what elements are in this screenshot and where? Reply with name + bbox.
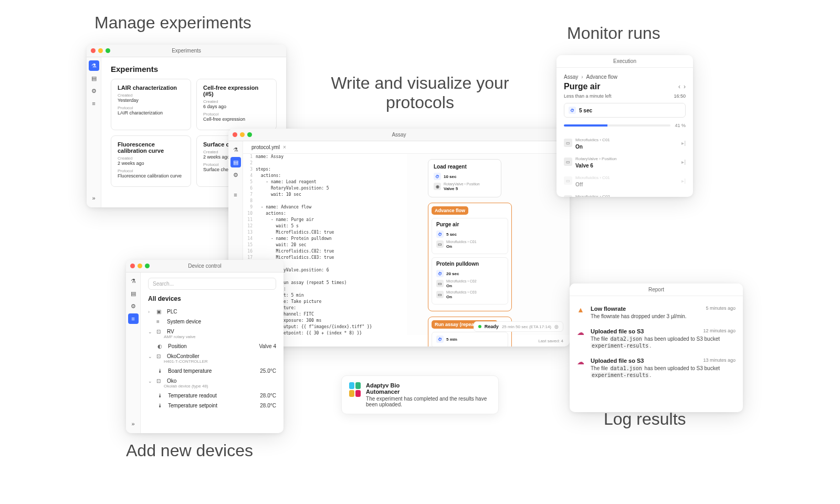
traffic-lights[interactable]: [91, 48, 110, 53]
gear-icon[interactable]: ⚙: [128, 301, 139, 311]
exec-item[interactable]: ▭ Microfluidics › C01Off ▸|: [564, 171, 686, 190]
device-name: System device: [167, 319, 276, 324]
collapse-icon[interactable]: »: [128, 418, 139, 429]
cloud-icon: ☁: [577, 358, 586, 379]
sliders-icon[interactable]: ≡: [128, 313, 139, 324]
skip-icon[interactable]: ▸|: [681, 197, 686, 197]
report-title: Report: [648, 287, 664, 292]
report-titlebar: Report: [570, 284, 743, 296]
crumb-assay[interactable]: Assay: [564, 74, 578, 80]
breadcrumb: Assay › Advance flow: [564, 74, 686, 80]
device-name: PLC: [167, 309, 276, 314]
device-prop-temp-read[interactable]: 🌡Temperature readout28.0°C: [145, 391, 279, 401]
gear-icon[interactable]: ⚙: [230, 170, 241, 180]
step-card-protein-pulldown[interactable]: Protein pulldown ⏱20 sec ▭Microfluidics …: [432, 257, 508, 304]
file-tab[interactable]: protocol.yml ×: [247, 142, 290, 152]
exec-item[interactable]: ▭ RotaryValve › PositionValve 6 ▸|: [564, 152, 686, 171]
device-name: RV: [167, 329, 276, 334]
group-advance-flow[interactable]: Advance flow Purge air ⏱5 sec ▭Microflui…: [428, 203, 512, 311]
device-subtitle: H401-T-CONTROLLER: [164, 359, 279, 364]
close-icon[interactable]: ×: [283, 144, 286, 150]
device-subtitle: Okolab device (type 48): [164, 384, 279, 388]
skip-icon[interactable]: ▸|: [681, 140, 686, 146]
prop-value: Valve 4: [259, 343, 276, 349]
created-label: Created: [118, 93, 184, 98]
valve-icon: ▭: [436, 291, 444, 298]
assay-titlebar: Assay: [228, 129, 570, 141]
exec-item[interactable]: ▭ Microfluidics › C01On ▸|: [564, 133, 686, 152]
assay-title: Assay: [392, 132, 406, 138]
flask-icon[interactable]: ⚗: [89, 60, 99, 71]
target-icon[interactable]: ◎: [554, 324, 559, 329]
chip-icon[interactable]: ▤: [230, 157, 241, 167]
prev-step-icon[interactable]: ‹: [678, 83, 680, 90]
group-title: Advance flow: [432, 206, 468, 215]
sliders-icon[interactable]: ≡: [230, 190, 241, 200]
timer-icon: ⏱: [434, 173, 441, 180]
device-row-plc[interactable]: ›▣PLC: [145, 307, 279, 317]
experiment-card[interactable]: Fluorescence calibration curve Created 2…: [111, 135, 191, 187]
created-value: 2 weeks ago: [118, 161, 184, 166]
slack-bot: Automancer: [366, 388, 491, 395]
device-row-system[interactable]: ≡System device: [145, 317, 279, 327]
chip-icon[interactable]: ▤: [89, 73, 99, 83]
channel-label: Microfluidics › C01: [446, 240, 477, 244]
flask-icon[interactable]: ⚗: [128, 276, 139, 286]
skip-icon[interactable]: ▸|: [681, 159, 686, 165]
protocol-value: LAIR characterization: [118, 110, 184, 116]
heading-protocols: Write and visualize your protocols: [331, 74, 509, 112]
experiment-card[interactable]: LAIR characterization Created Yesterday …: [111, 79, 191, 130]
timer-icon: ⏱: [436, 230, 444, 238]
heading-log: Log results: [604, 410, 686, 429]
current-step-title: Purge air: [564, 82, 600, 91]
flask-icon[interactable]: ⚗: [230, 144, 241, 155]
device-icon: ⊡: [156, 329, 164, 334]
step-card-purge-air[interactable]: Purge air ⏱5 sec ▭Microfluidics › C01On: [432, 218, 508, 254]
status-dot-icon: [478, 325, 481, 328]
exec-item[interactable]: ▭ Microfluidics › C02Off ▸|: [564, 190, 686, 197]
report-window: Report ▲ Low flowrate5 minutes ago The f…: [570, 284, 743, 412]
report-item[interactable]: ▲ Low flowrate5 minutes ago The flowrate…: [577, 301, 736, 324]
tab-label: protocol.yml: [251, 144, 280, 150]
gear-icon[interactable]: ⚙: [89, 86, 99, 96]
experiments-title: Experiments: [172, 48, 201, 54]
step-title: Protein pulldown: [436, 261, 503, 267]
thermometer-icon: 🌡: [158, 403, 165, 408]
experiment-name: LAIR characterization: [118, 85, 184, 91]
skip-icon[interactable]: ▸|: [681, 178, 686, 184]
warn-icon: ▲: [577, 306, 586, 320]
experiment-card[interactable]: Cell-free expression (#5) Created 6 days…: [196, 79, 277, 130]
devices-heading: All devices: [148, 295, 276, 302]
report-item[interactable]: ☁ Uploaded file so S312 minutes ago The …: [577, 324, 736, 353]
valve-icon: ▭: [436, 240, 444, 248]
protocol-viz[interactable]: Load reagent ⏱10 sec ◉RotaryValve › Posi…: [407, 154, 570, 335]
timer-icon: ⏱: [569, 107, 576, 114]
heading-devices: Add new devices: [126, 441, 253, 460]
device-icon: ▭: [564, 139, 572, 147]
step-card-wait[interactable]: ⏱5 min: [432, 332, 508, 346]
traffic-lights[interactable]: [233, 132, 252, 137]
search-input[interactable]: Search...: [148, 278, 276, 290]
crumb-flow[interactable]: Advance flow: [586, 74, 617, 80]
step-card-load-reagent[interactable]: Load reagent ⏱10 sec ◉RotaryValve › Posi…: [428, 159, 501, 197]
prop-name: Temperature readout: [168, 393, 257, 398]
run-status[interactable]: Ready 25 min 50 sec (ETA 17:14) ◎: [474, 321, 563, 332]
timer-icon: ⏱: [436, 335, 444, 343]
device-title: Device control: [188, 263, 221, 269]
slack-notification[interactable]: Adaptyv Bio Automancer The experiment ha…: [341, 375, 499, 414]
traffic-lights[interactable]: [130, 264, 150, 268]
chip-icon[interactable]: ▤: [128, 288, 139, 299]
device-icon: ⊡: [156, 353, 164, 359]
collapse-icon[interactable]: »: [89, 193, 99, 203]
protocol-label: Protocol: [118, 169, 184, 173]
device-prop-position[interactable]: ◐PositionValve 4: [145, 341, 279, 351]
eta-clock: 16:50: [674, 93, 686, 99]
protocol-label: Protocol: [203, 112, 270, 117]
next-step-icon[interactable]: ›: [684, 83, 686, 90]
cloud-icon: ☁: [577, 328, 586, 349]
device-prop-board-temp[interactable]: 🌡Board temperature25.0°C: [145, 366, 279, 376]
sliders-icon[interactable]: ≡: [89, 98, 99, 109]
device-prop-temp-set[interactable]: 🌡Temperature setpoint28.0°C: [145, 401, 279, 411]
created-label: Created: [203, 99, 270, 104]
report-item[interactable]: ☁ Uploaded file so S313 minutes ago The …: [577, 353, 736, 383]
